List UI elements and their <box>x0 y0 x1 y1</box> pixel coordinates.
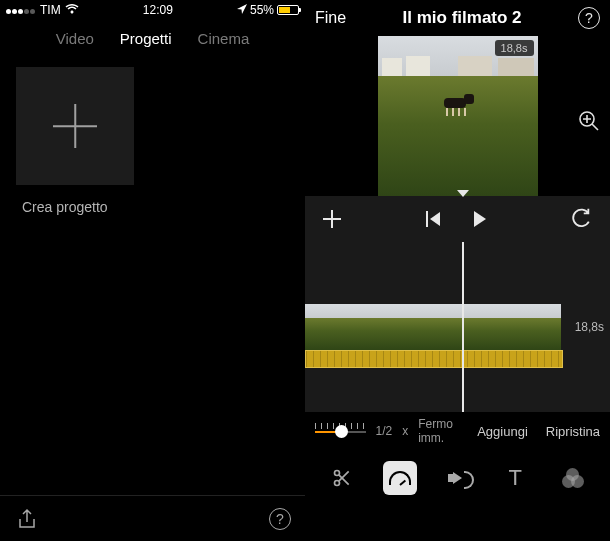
add-media-button[interactable] <box>323 210 341 228</box>
play-button[interactable] <box>474 211 486 227</box>
svg-point-2 <box>334 480 339 485</box>
play-icon <box>474 211 486 227</box>
timeline[interactable]: 18,8s <box>305 242 610 412</box>
battery-pct: 55% <box>250 3 274 17</box>
freeze-frame-button[interactable]: Fermo imm. <box>418 417 467 445</box>
status-bar: TIM 12:09 55% <box>0 0 305 20</box>
speed-value: 1/2 <box>376 424 393 438</box>
transport-bar <box>305 196 610 242</box>
tab-cinema[interactable]: Cinema <box>198 30 250 47</box>
plus-icon <box>323 210 341 228</box>
filters-icon <box>562 468 584 488</box>
scissors-tool[interactable] <box>325 461 359 495</box>
playhead-marker <box>457 190 469 197</box>
volume-icon <box>453 472 462 484</box>
create-project-tile[interactable] <box>16 67 134 185</box>
preview-frame: 18,8s <box>378 36 538 196</box>
undo-button[interactable] <box>570 206 592 232</box>
playhead[interactable] <box>462 242 464 412</box>
tab-bar: Video Progetti Cinema <box>0 20 305 61</box>
svg-point-1 <box>334 470 339 475</box>
editor-screen: Fine Il mio filmato 2 ? 18,8s <box>305 0 610 541</box>
volume-tool[interactable] <box>440 461 474 495</box>
tab-progetti[interactable]: Progetti <box>120 30 172 47</box>
help-button[interactable]: ? <box>578 7 600 29</box>
dog <box>440 92 474 116</box>
add-button[interactable]: Aggiungi <box>477 424 528 439</box>
zoom-button[interactable] <box>576 108 602 138</box>
done-button[interactable]: Fine <box>315 9 346 27</box>
projects-screen: TIM 12:09 55% Video Progetti Cinema Crea… <box>0 0 305 541</box>
project-title: Il mio filmato 2 <box>403 8 522 28</box>
create-project-label: Crea progetto <box>16 199 289 215</box>
editor-toolbar: T <box>305 450 610 505</box>
video-preview[interactable]: 18,8s <box>305 36 610 196</box>
speed-slider[interactable] <box>315 421 366 441</box>
timeline-duration: 18,8s <box>575 320 604 334</box>
bottom-bar: ? <box>0 495 305 541</box>
speed-controls: 1/2 x Fermo imm. Aggiungi Ripristina <box>305 412 610 450</box>
tab-video[interactable]: Video <box>56 30 94 47</box>
speed-tool[interactable] <box>383 461 417 495</box>
clip-duration-badge: 18,8s <box>495 40 534 56</box>
plus-icon <box>53 104 97 148</box>
help-button[interactable]: ? <box>269 508 291 530</box>
speedometer-icon <box>389 471 411 485</box>
audio-track[interactable] <box>305 350 563 368</box>
text-tool[interactable]: T <box>498 461 532 495</box>
location-icon <box>237 3 247 17</box>
wifi-icon <box>65 3 79 17</box>
skip-back-button[interactable] <box>426 211 440 227</box>
battery-icon <box>277 5 299 15</box>
video-clip[interactable] <box>305 304 565 350</box>
clock: 12:09 <box>143 3 173 17</box>
signal-dots <box>6 3 36 17</box>
export-button[interactable] <box>14 506 40 532</box>
carrier-label: TIM <box>40 3 61 17</box>
reset-button[interactable]: Ripristina <box>546 424 600 439</box>
filters-tool[interactable] <box>556 461 590 495</box>
editor-header: Fine Il mio filmato 2 ? <box>305 0 610 36</box>
